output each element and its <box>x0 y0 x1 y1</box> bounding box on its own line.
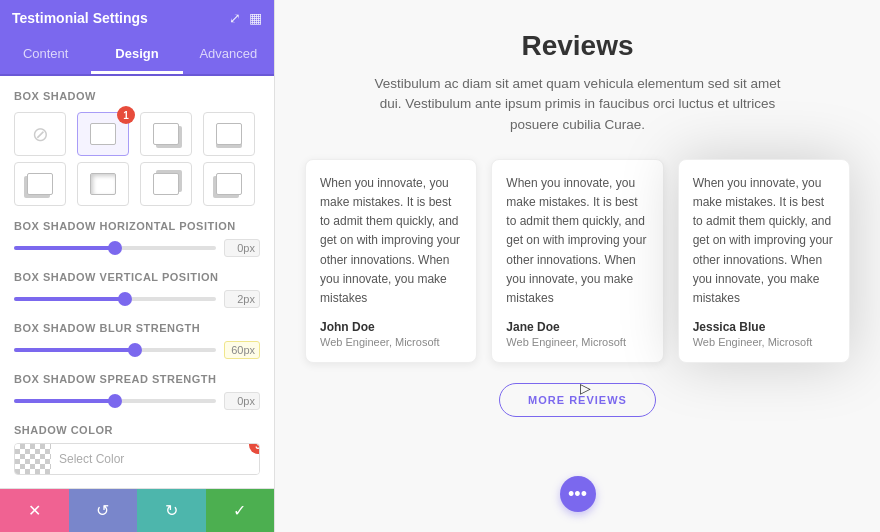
shadow-option-2[interactable] <box>140 112 192 156</box>
review-text-3: When you innovate, you make mistakes. It… <box>693 174 835 308</box>
vertical-value[interactable]: 2px <box>224 290 260 308</box>
floating-menu-button[interactable]: ••• <box>560 476 596 512</box>
shadow-box-6 <box>153 173 179 195</box>
review-text-1: When you innovate, you make mistakes. It… <box>320 174 462 308</box>
reviews-subtitle: Vestibulum ac diam sit amet quam vehicul… <box>368 74 788 135</box>
panel-title: Testimonial Settings <box>12 10 148 26</box>
fullscreen-icon[interactable]: ⤢ <box>229 10 241 26</box>
cancel-button[interactable]: ✕ <box>0 489 69 532</box>
spread-strength-row: Box Shadow Spread Strength 0px <box>14 373 260 410</box>
more-reviews-button[interactable]: MORE REVIEWS <box>499 383 656 417</box>
reviews-title: Reviews <box>305 30 850 62</box>
grid-icon[interactable]: ▦ <box>249 10 262 26</box>
floating-menu-icon: ••• <box>568 484 587 505</box>
vertical-position-track[interactable] <box>14 297 216 301</box>
review-card-2: When you innovate, you make mistakes. It… <box>491 159 663 363</box>
redo-button[interactable]: ↻ <box>137 489 206 532</box>
blur-strength-label: Box Shadow Blur Strength <box>14 322 260 334</box>
vertical-position-label: Box Shadow Vertical Position <box>14 271 260 283</box>
cursor-indicator: ▷ <box>580 380 590 394</box>
tab-design[interactable]: Design <box>91 36 182 74</box>
shadow-option-7[interactable] <box>203 162 255 206</box>
shadow-color-row: Shadow Color Select Color 3 <box>14 424 260 475</box>
blur-thumb[interactable] <box>128 343 142 357</box>
tab-advanced[interactable]: Advanced <box>183 36 274 74</box>
shadow-color-label: Shadow Color <box>14 424 260 436</box>
box-shadow-label: Box Shadow <box>14 90 260 102</box>
blur-strength-row: Box Shadow Blur Strength 60px <box>14 322 260 359</box>
shadow-option-3[interactable] <box>203 112 255 156</box>
vertical-position-control: 2px <box>14 290 260 308</box>
right-panel: Reviews Vestibulum ac diam sit amet quam… <box>275 0 880 532</box>
spread-fill <box>14 399 115 403</box>
tabs: Content Design Advanced <box>0 36 274 76</box>
reviewer-title-3: Web Engineer, Microsoft <box>693 336 835 348</box>
horizontal-fill <box>14 246 115 250</box>
settings-panel: Testimonial Settings ⤢ ▦ Content Design … <box>0 0 275 532</box>
shadow-box-4 <box>27 173 53 195</box>
select-color-button[interactable]: Select Color <box>51 444 259 474</box>
review-card-1: When you innovate, you make mistakes. It… <box>305 159 477 363</box>
confirm-button[interactable]: ✓ <box>206 489 275 532</box>
shadow-box-5 <box>90 173 116 195</box>
shadow-option-1[interactable]: 1 <box>77 112 129 156</box>
blur-strength-control: 60px <box>14 341 260 359</box>
spread-strength-control: 0px <box>14 392 260 410</box>
blur-strength-track[interactable] <box>14 348 216 352</box>
review-card-3: When you innovate, you make mistakes. It… <box>678 159 850 363</box>
shadow-box-2 <box>153 123 179 145</box>
no-shadow-icon: ⊘ <box>32 122 49 146</box>
spread-thumb[interactable] <box>108 394 122 408</box>
reviewer-name-2: Jane Doe <box>506 320 648 334</box>
shadow-option-4[interactable] <box>14 162 66 206</box>
cards-row: When you innovate, you make mistakes. It… <box>305 159 850 363</box>
tab-content[interactable]: Content <box>0 36 91 74</box>
spread-value[interactable]: 0px <box>224 392 260 410</box>
reset-button[interactable]: ↺ <box>69 489 138 532</box>
shadow-box-1 <box>90 123 116 145</box>
reviewer-name-3: Jessica Blue <box>693 320 835 334</box>
shadow-option-none[interactable]: ⊘ <box>14 112 66 156</box>
reviewer-name-1: John Doe <box>320 320 462 334</box>
spread-strength-track[interactable] <box>14 399 216 403</box>
shadow-color-control: Select Color 3 <box>14 443 260 475</box>
shadow-options: ⊘ 1 <box>14 112 260 206</box>
horizontal-position-track[interactable] <box>14 246 216 250</box>
horizontal-position-row: Box Shadow Horizontal Position 0px <box>14 220 260 257</box>
horizontal-position-control: 0px <box>14 239 260 257</box>
horizontal-position-label: Box Shadow Horizontal Position <box>14 220 260 232</box>
panel-body: Box Shadow ⊘ 1 <box>0 76 274 488</box>
review-text-2: When you innovate, you make mistakes. It… <box>506 174 648 308</box>
header-icons: ⤢ ▦ <box>229 10 262 26</box>
shadow-option-5[interactable] <box>77 162 129 206</box>
spread-strength-label: Box Shadow Spread Strength <box>14 373 260 385</box>
vertical-fill <box>14 297 125 301</box>
color-swatch[interactable] <box>15 444 51 474</box>
horizontal-value[interactable]: 0px <box>224 239 260 257</box>
shadow-box-7 <box>216 173 242 195</box>
shadow-box-3 <box>216 123 242 145</box>
badge-1: 1 <box>117 106 135 124</box>
reviewer-title-2: Web Engineer, Microsoft <box>506 336 648 348</box>
vertical-thumb[interactable] <box>118 292 132 306</box>
horizontal-thumb[interactable] <box>108 241 122 255</box>
blur-fill <box>14 348 135 352</box>
shadow-option-6[interactable] <box>140 162 192 206</box>
bottom-toolbar: ✕ ↺ ↻ ✓ <box>0 488 274 532</box>
blur-value[interactable]: 60px <box>224 341 260 359</box>
vertical-position-row: Box Shadow Vertical Position 2px <box>14 271 260 308</box>
panel-header: Testimonial Settings ⤢ ▦ <box>0 0 274 36</box>
reviewer-title-1: Web Engineer, Microsoft <box>320 336 462 348</box>
